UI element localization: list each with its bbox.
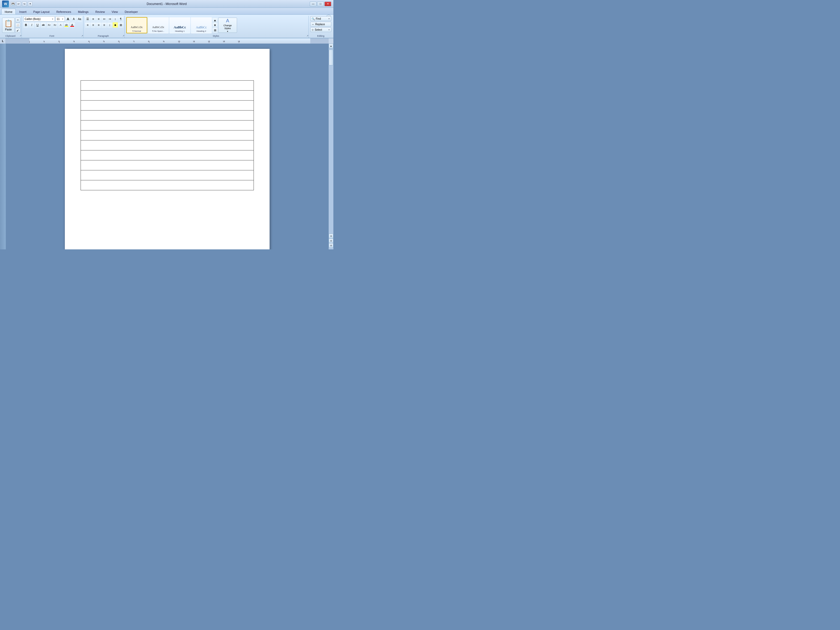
table-row[interactable] <box>81 160 254 171</box>
increase-indent-button[interactable]: ⇒ <box>107 16 112 22</box>
align-center-button[interactable]: ≡ <box>90 22 96 28</box>
next-page-button[interactable]: ⊙ <box>328 243 333 248</box>
format-painter-button[interactable]: 🖌 <box>15 28 21 33</box>
style-heading1[interactable]: AaBbCc Heading 1 <box>169 17 190 33</box>
tab-developer[interactable]: Developer <box>121 9 141 14</box>
table-row[interactable] <box>81 120 254 131</box>
replace-icon: ↔ <box>312 23 314 26</box>
grow-font-button[interactable]: A <box>65 16 71 22</box>
align-left-button[interactable]: ≡ <box>85 22 90 28</box>
cut-button[interactable]: ✂ <box>15 17 21 22</box>
styles-scroll-up[interactable]: ▲ <box>212 18 218 22</box>
change-styles-button[interactable]: A ChangeStyles ▼ <box>218 17 237 33</box>
shrink-font-button[interactable]: A <box>71 16 76 22</box>
font-expand[interactable]: ↗ <box>81 35 83 37</box>
table-cell[interactable] <box>81 120 254 131</box>
table-cell[interactable] <box>81 111 254 120</box>
ruler-tab-indicator[interactable]: L <box>0 38 6 44</box>
find-button[interactable]: 🔍 Find ▼ <box>310 16 331 21</box>
table-cell[interactable] <box>81 90 254 101</box>
table-row[interactable] <box>81 141 254 150</box>
table-cell[interactable] <box>81 141 254 150</box>
table-cell[interactable] <box>81 101 254 111</box>
styles-more[interactable]: ⊞ <box>212 28 218 33</box>
style-no-spacing[interactable]: AaBbCcDc ¶ No Spaci... <box>148 17 169 33</box>
table-row[interactable] <box>81 111 254 120</box>
replace-button[interactable]: ↔ Replace <box>310 22 331 27</box>
font-name-select[interactable]: Calibri (Body) ▼ <box>24 16 55 22</box>
tab-home[interactable]: Home <box>1 9 16 14</box>
redo-button[interactable]: ↪ <box>22 2 27 6</box>
style-heading1-label: Heading 1 <box>175 30 185 32</box>
style-normal[interactable]: AaBbCcDc ¶ Normal <box>126 17 147 33</box>
replace-label: Replace <box>314 23 330 26</box>
tab-review[interactable]: Review <box>92 9 108 14</box>
table-cell[interactable] <box>81 150 254 160</box>
copy-button[interactable]: ⬜ <box>15 23 21 28</box>
clipboard-expand[interactable]: ↗ <box>20 35 22 37</box>
styles-gallery: AaBbCcDc ¶ Normal AaBbCcDc ¶ No Spaci...… <box>126 17 212 33</box>
table-row[interactable] <box>81 90 254 101</box>
align-right-button[interactable]: ≡ <box>96 22 101 28</box>
customize-button[interactable]: ▼ <box>28 2 33 6</box>
numbering-button[interactable]: ≡ <box>90 16 96 22</box>
select-browse-button[interactable]: ⊙ <box>328 238 333 243</box>
font-size-select[interactable]: 11 ▼ <box>55 16 65 22</box>
table-cell[interactable] <box>81 131 254 141</box>
strikethrough-button[interactable]: ab <box>41 22 46 28</box>
document-table[interactable] <box>81 81 254 190</box>
bold-button[interactable]: B <box>24 22 28 28</box>
minimize-button[interactable]: — <box>310 2 317 6</box>
style-heading2-label: Heading 2 <box>197 30 206 32</box>
style-no-spacing-label: ¶ No Spaci... <box>152 30 164 32</box>
tab-view[interactable]: View <box>108 9 121 14</box>
table-cell[interactable] <box>81 171 254 180</box>
tab-references[interactable]: References <box>53 9 74 14</box>
undo-button[interactable]: ↩ <box>16 2 21 6</box>
borders-button[interactable]: ⊞ <box>118 22 123 28</box>
table-row[interactable] <box>81 101 254 111</box>
subscript-button[interactable]: X2 <box>46 22 52 28</box>
highlight-color-button[interactable]: ab <box>64 22 69 28</box>
table-cell[interactable] <box>81 160 254 171</box>
multilevel-list-button[interactable]: ≡ <box>96 16 101 22</box>
table-cell[interactable] <box>81 180 254 190</box>
line-spacing-button[interactable]: ↕ <box>107 22 112 28</box>
show-paragraph-button[interactable]: ¶ <box>118 16 123 22</box>
styles-expand[interactable]: ↗ <box>306 35 308 37</box>
bullets-button[interactable]: ☰ <box>85 16 90 22</box>
tab-insert[interactable]: Insert <box>16 9 30 14</box>
select-button[interactable]: ⊹ Select ▼ <box>310 27 331 32</box>
table-row[interactable] <box>81 180 254 190</box>
scroll-up-button[interactable]: ▲ <box>328 44 333 48</box>
shading-button[interactable]: ■ <box>113 22 118 28</box>
style-heading2[interactable]: AaBbCc Heading 2 <box>191 17 212 33</box>
table-row[interactable] <box>81 131 254 141</box>
maximize-button[interactable]: □ <box>317 2 324 6</box>
tab-mailings[interactable]: Mailings <box>74 9 92 14</box>
superscript-button[interactable]: X2 <box>52 22 57 28</box>
save-button[interactable]: 💾 <box>11 2 15 6</box>
italic-button[interactable]: I <box>29 22 35 28</box>
table-row[interactable] <box>81 171 254 180</box>
close-button[interactable]: ✕ <box>324 2 331 6</box>
paste-button[interactable]: 📋 Paste <box>2 17 15 33</box>
paragraph-expand[interactable]: ↗ <box>123 35 125 37</box>
table-row[interactable] <box>81 150 254 160</box>
table-cell[interactable] <box>81 81 254 90</box>
scroll-thumb[interactable] <box>329 50 333 65</box>
justify-button[interactable]: ≡ <box>102 22 107 28</box>
style-no-spacing-preview: AaBbCcDc <box>152 24 165 30</box>
tab-page-layout[interactable]: Page Layout <box>30 9 53 14</box>
font-color-button[interactable]: A <box>69 22 75 28</box>
sort-button[interactable]: ↕ <box>113 16 118 22</box>
scroll-track[interactable] <box>328 48 333 249</box>
underline-button[interactable]: U <box>35 22 40 28</box>
styles-scroll-down[interactable]: ▼ <box>212 23 218 28</box>
decrease-indent-button[interactable]: ⇐ <box>102 16 107 22</box>
table-row[interactable] <box>81 81 254 90</box>
change-case-button[interactable]: Aa <box>77 16 82 22</box>
clear-formatting-button[interactable]: A <box>58 22 63 28</box>
prev-page-button[interactable]: ⊙ <box>328 234 333 238</box>
document-area[interactable] <box>6 44 328 249</box>
